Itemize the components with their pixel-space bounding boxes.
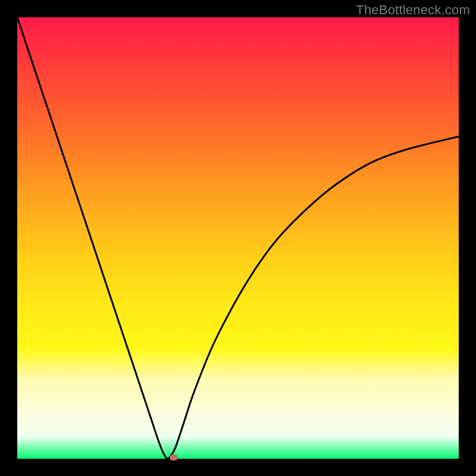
optimum-marker bbox=[170, 455, 178, 461]
plot-area bbox=[17, 17, 459, 459]
watermark: TheBottleneck.com bbox=[356, 2, 470, 18]
chart-frame: TheBottleneck.com bbox=[0, 0, 476, 476]
